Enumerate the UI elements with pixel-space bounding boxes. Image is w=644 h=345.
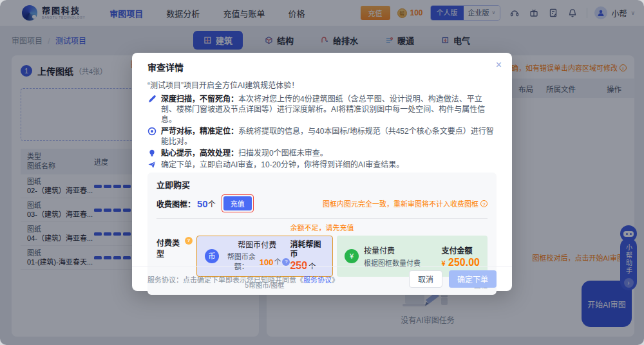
cancel-button[interactable]: 取消 bbox=[409, 270, 442, 288]
agreement-suffix: 》 bbox=[332, 276, 339, 284]
question-icon[interactable]: ? bbox=[480, 200, 488, 207]
bangtu-coin-icon: 币 bbox=[205, 249, 219, 263]
question-icon[interactable]: ? bbox=[185, 237, 193, 245]
currency-symbol: ¥ bbox=[441, 259, 445, 267]
frames-note-text: 图框内图元完全一致，重新审图将不计入收费图框 bbox=[323, 198, 478, 209]
bullet-launch: 确定下单，立即启动AI审查，10-20分钟，你将得到详细的AI审查结果。 bbox=[147, 160, 497, 170]
confirm-order-button[interactable]: 确定下单 bbox=[449, 270, 497, 288]
bullet-deep-scan: 深度扫描，不留死角：本次将对您上传的4份建筑图纸（含总平图、设计说明、构造做法、… bbox=[147, 94, 497, 125]
app-window: 帮图科技 BANGTU TECHNOLOGY 审图项目 数据分析 充值与账单 价… bbox=[0, 0, 644, 345]
target-icon bbox=[147, 127, 156, 136]
modal-intro: “测试项目”项目开启全方位AI建筑规范体验！ bbox=[147, 79, 497, 90]
cash-card-text: 按量付费 根据图框数量付费 bbox=[364, 245, 421, 268]
bullet-text: 扫描发现0个图框未审查。 bbox=[238, 149, 328, 158]
bullet-bold: 贴心提示，高效处理： bbox=[161, 149, 238, 158]
recharge-highlight-box: 充值 bbox=[222, 194, 254, 212]
screenshot-stage: 帮图科技 BANGTU TECHNOLOGY 审图项目 数据分析 充值与账单 价… bbox=[0, 0, 644, 345]
balance-unit: 个 bbox=[274, 257, 281, 267]
frames-count: 50 bbox=[197, 198, 208, 209]
billable-frames-row: 收费图框： 50 个 充值 图框内图元完全一致，重新审图将不计入收费图框 ? bbox=[156, 194, 488, 212]
modal-title: 审查详情 bbox=[147, 61, 497, 73]
coin-card-title: 帮图币付费 bbox=[224, 241, 290, 250]
balance-value: 100 bbox=[260, 257, 274, 267]
bullet-tip: 贴心提示，高效处理：扫描发现0个图框未审查。 bbox=[147, 148, 497, 158]
agreement-prefix: 服务协议：点击确定下单即表示您已知晓并同意《 bbox=[147, 276, 303, 284]
pen-icon bbox=[147, 95, 156, 104]
cost-title: 消耗帮图币 bbox=[290, 240, 325, 259]
frames-label: 收费图框： bbox=[156, 198, 195, 209]
close-icon[interactable]: × bbox=[496, 60, 502, 70]
amount-value: 250.00 bbox=[448, 257, 480, 268]
question-icon[interactable]: ? bbox=[282, 258, 290, 266]
yuan-icon: ¥ bbox=[345, 249, 359, 263]
modal-footer: 服务协议：点击确定下单即表示您已知晓并同意《服务协议》 取消 确定下单 bbox=[132, 266, 512, 291]
cash-card-title: 按量付费 bbox=[364, 245, 421, 256]
frames-unit: 个 bbox=[208, 198, 216, 209]
bullet-bold: 深度扫描，不留死角： bbox=[161, 95, 238, 104]
frames-note: 图框内图元完全一致，重新审图将不计入收费图框 ? bbox=[323, 198, 488, 209]
paper-plane-icon bbox=[147, 160, 156, 169]
agreement-link[interactable]: 服务协议 bbox=[303, 276, 332, 284]
cash-card-amount: 支付金额 ¥ 250.00 bbox=[441, 245, 480, 268]
modal-bullets: 深度扫描，不留死角：本次将对您上传的4份建筑图纸（含总平图、设计说明、构造做法、… bbox=[147, 94, 497, 170]
amount-title: 支付金额 bbox=[441, 245, 480, 256]
insufficient-balance-warning: 余额不足，请先充值 bbox=[156, 222, 488, 232]
modal-recharge-button[interactable]: 充值 bbox=[223, 196, 252, 210]
bullet-benchmark: 严苛对标，精准定位：系统将提取的信息，与40本国标/地标规范（共452个核心条文… bbox=[147, 126, 497, 147]
bullet-text: 确定下单，立即启动AI审查，10-20分钟，你将得到详细的AI审查结果。 bbox=[161, 160, 404, 169]
review-details-modal: 审查详情 × “测试项目”项目开启全方位AI建筑规范体验！ 深度扫描，不留死角：… bbox=[132, 53, 512, 291]
purchase-title: 立即购买 bbox=[156, 178, 488, 191]
divider bbox=[156, 218, 488, 219]
bullet-bold: 严苛对标，精准定位： bbox=[161, 127, 238, 136]
lightbulb-icon bbox=[147, 149, 156, 158]
agreement-text: 服务协议：点击确定下单即表示您已知晓并同意《服务协议》 bbox=[147, 274, 339, 284]
